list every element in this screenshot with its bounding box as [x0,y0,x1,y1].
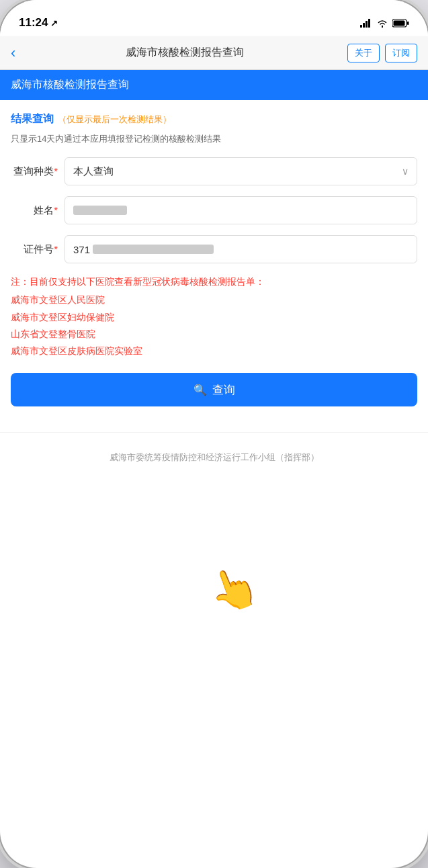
section-description: 只显示14天内通过本应用填报登记检测的核酸检测结果 [11,133,417,145]
section-divider [0,432,428,433]
note-section: 注：目前仅支持以下医院查看新型冠状病毒核酸检测报告单： 威海市文登区人民医院 威… [11,274,417,359]
name-field: 姓名* [11,196,417,224]
hospital-list: 威海市文登区人民医院 威海市文登区妇幼保健院 山东省文登整骨医院 威海市文登区皮… [11,292,417,359]
hospital-item-2: 威海市文登区妇幼保健院 [11,309,417,326]
location-icon: ↗ [50,18,58,28]
id-number-field: 证件号* 371 [11,235,417,263]
required-mark: * [54,165,58,177]
query-type-label: 查询种类* [11,165,58,178]
signal-icon [360,19,372,28]
note-prefix: 注：目前仅支持以下医院查看新型冠状病毒核酸检测报告单： [11,276,265,287]
cursor-hand: 👆 [202,558,265,619]
back-button[interactable]: ‹ [11,44,15,62]
header-bar: 威海市核酸检测报告查询 [0,70,428,100]
required-mark-3: * [54,243,58,255]
time-display: 11:24 [19,16,48,30]
svg-rect-0 [360,25,362,28]
query-type-value: 本人查询 [73,165,114,178]
section-subtitle: （仅显示最后一次检测结果） [58,114,171,126]
hospital-item-4: 威海市文登区皮肤病医院实验室 [11,343,417,359]
id-label: 证件号* [11,243,58,256]
nav-action-buttons: 关于 订阅 [347,44,417,62]
hospital-item-1: 威海市文登区人民医院 [11,292,417,308]
query-type-field: 查询种类* 本人查询 ∨ [11,157,417,185]
id-blurred [93,245,214,254]
battery-icon [392,19,409,28]
search-icon: 🔍 [194,384,207,396]
footer: 威海市委统筹疫情防控和经济运行工作小组（指挥部） [0,446,428,469]
hospital-item-3: 山东省文登整骨医院 [11,326,417,343]
id-prefix: 371 [73,244,90,255]
name-label: 姓名* [11,204,58,217]
subscribe-button[interactable]: 订阅 [385,44,417,62]
name-input-wrapper[interactable] [65,196,417,224]
status-right-icons [360,19,409,28]
svg-rect-2 [366,21,368,28]
wifi-icon [377,19,388,28]
status-time: 11:24 ↗ [19,16,58,30]
required-mark-2: * [54,204,58,216]
id-input-wrapper[interactable]: 371 [65,235,417,263]
section-title: 结果查询 [11,112,54,126]
query-type-select[interactable]: 本人查询 ∨ [65,157,417,185]
svg-rect-3 [368,19,370,28]
section-title-row: 结果查询 （仅显示最后一次检测结果） [11,112,417,129]
svg-rect-5 [407,21,409,25]
phone-frame: 11:24 ↗ [0,0,428,868]
query-button-label: 查询 [212,382,235,398]
status-bar: 11:24 ↗ [0,0,428,36]
chevron-down-icon: ∨ [402,166,409,177]
query-button[interactable]: 🔍 查询 [11,373,417,406]
main-content: 结果查询 （仅显示最后一次检测结果） 只显示14天内通过本应用填报登记检测的核酸… [0,100,428,419]
about-button[interactable]: 关于 [347,44,380,62]
svg-rect-6 [394,20,405,26]
nav-title: 威海市核酸检测报告查询 [22,46,347,60]
navigation-bar: ‹ 威海市核酸检测报告查询 关于 订阅 [0,36,428,70]
name-blurred [73,206,127,215]
svg-rect-1 [363,23,365,28]
header-bar-title: 威海市核酸检测报告查询 [11,79,129,90]
